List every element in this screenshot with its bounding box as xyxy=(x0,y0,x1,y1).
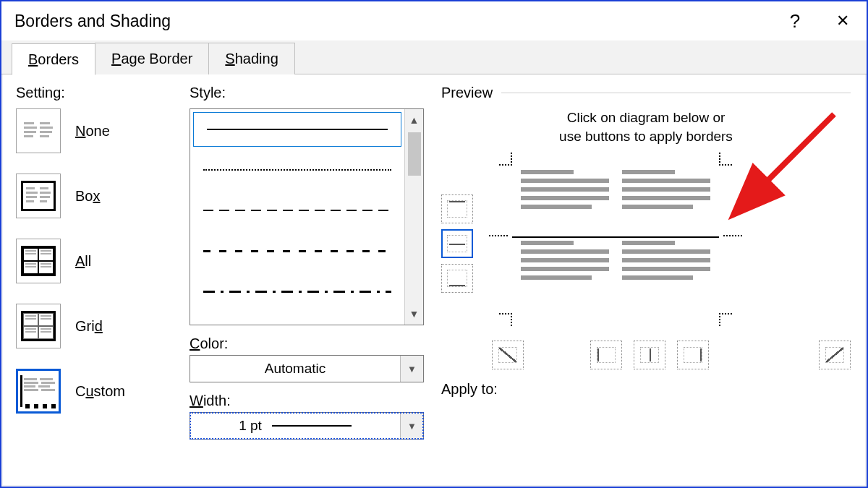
width-combo[interactable]: 1 pt ▼ xyxy=(190,412,424,440)
style-option-dash-long[interactable] xyxy=(190,190,404,231)
setting-option-all[interactable]: All xyxy=(16,239,176,283)
style-list[interactable]: ▲ ▼ xyxy=(190,108,424,325)
preview-border-left-button[interactable] xyxy=(590,341,622,369)
color-combo[interactable]: Automatic ▼ xyxy=(190,355,424,382)
style-option-dotted[interactable] xyxy=(190,150,404,190)
color-heading: Color: xyxy=(190,335,424,352)
setting-option-grid[interactable]: Grid xyxy=(16,304,176,348)
preview-horizontal-buttons xyxy=(441,341,851,369)
scroll-thumb[interactable] xyxy=(408,132,421,176)
box-icon xyxy=(16,174,61,218)
borders-and-shading-dialog: Borders and Shading ? ✕ Borders Page Bor… xyxy=(0,0,868,488)
preview-column: Preview Click on diagram below or use bu… xyxy=(435,74,865,485)
none-icon xyxy=(16,108,61,153)
setting-option-none[interactable]: None xyxy=(16,108,176,153)
preview-hint: Click on diagram below or use buttons to… xyxy=(441,108,851,145)
style-column: Style: ▲ ▼ Color: Automatic xyxy=(184,74,435,485)
custom-icon xyxy=(16,369,61,414)
chevron-down-icon[interactable]: ▼ xyxy=(400,356,423,382)
style-option-solid[interactable] xyxy=(193,112,401,147)
setting-option-box[interactable]: Box xyxy=(16,174,176,218)
preview-border-top-button[interactable] xyxy=(441,194,473,223)
setting-column: Setting: None Box xyxy=(3,74,184,485)
style-option-dash-medium[interactable] xyxy=(190,231,404,271)
apply-to-label: Apply to: xyxy=(441,381,851,398)
preview-diagonal-down-button[interactable] xyxy=(492,341,524,369)
tabstrip: Borders Page Border Shading xyxy=(1,40,867,74)
tab-borders[interactable]: Borders xyxy=(12,43,95,75)
chevron-down-icon[interactable]: ▼ xyxy=(400,413,423,439)
color-value: Automatic xyxy=(190,356,400,382)
preview-diagonal-up-button[interactable] xyxy=(819,341,851,369)
preview-diagram[interactable] xyxy=(489,153,742,326)
grid-icon xyxy=(16,304,61,348)
style-heading: Style: xyxy=(190,85,424,101)
width-sample-line-icon xyxy=(272,425,352,427)
style-option-dash-dot[interactable] xyxy=(190,271,404,312)
setting-heading: Setting: xyxy=(16,85,176,101)
close-button[interactable]: ✕ xyxy=(819,1,867,40)
titlebar: Borders and Shading ? ✕ xyxy=(1,1,867,40)
dialog-panel: Setting: None Box xyxy=(3,74,865,485)
scroll-down-icon[interactable]: ▼ xyxy=(405,303,423,325)
all-icon xyxy=(16,239,61,283)
width-heading: Width: xyxy=(190,393,424,409)
dialog-title: Borders and Shading xyxy=(14,12,171,31)
style-scrollbar[interactable]: ▲ ▼ xyxy=(404,109,423,325)
scroll-up-icon[interactable]: ▲ xyxy=(405,109,423,131)
tab-page-border[interactable]: Page Border xyxy=(95,43,209,74)
tab-shading[interactable]: Shading xyxy=(208,43,294,74)
setting-option-custom[interactable]: Custom xyxy=(16,369,176,414)
preview-border-bottom-button[interactable] xyxy=(441,264,473,293)
preview-border-right-button[interactable] xyxy=(677,341,709,369)
preview-border-inside-horizontal-button[interactable] xyxy=(441,229,473,258)
help-button[interactable]: ? xyxy=(771,1,819,40)
preview-border-inside-vertical-button[interactable] xyxy=(634,341,665,369)
width-value: 1 pt xyxy=(239,418,262,434)
preview-vertical-buttons xyxy=(441,194,476,326)
preview-heading: Preview xyxy=(441,85,493,101)
